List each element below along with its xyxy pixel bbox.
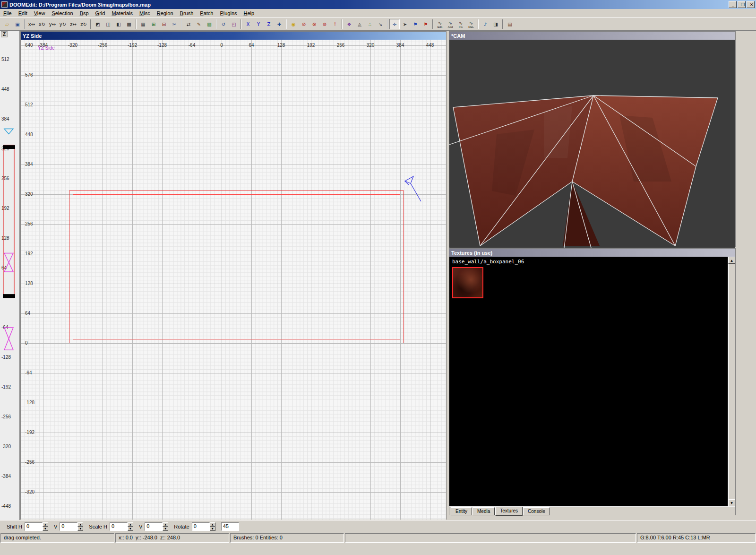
menu-brush[interactable]: Brush [177, 9, 197, 17]
surface-shift-v-spinner: ▲▼ [77, 522, 83, 531]
z-column-markers[interactable] [0, 31, 20, 520]
drag-edges-button[interactable]: ◬ [354, 19, 365, 29]
patch-delete-points-button[interactable]: ∿DEL [466, 19, 476, 29]
menu-file[interactable]: File [0, 9, 15, 17]
change-views-button[interactable]: ↺ [218, 19, 229, 29]
menu-plugins[interactable]: Plugins [216, 9, 240, 17]
maximize-button[interactable]: ❐ [738, 1, 746, 8]
surface-shift-v-spin-down[interactable]: ▼ [77, 527, 83, 531]
textures-window-titlebar[interactable]: Textures (in use) [449, 249, 735, 257]
tab-console[interactable]: Console [523, 507, 550, 515]
surface-scale-v-spin-down[interactable]: ▼ [163, 527, 168, 531]
csg-hollow-button[interactable]: ▦ [138, 19, 148, 29]
patch-edit-points-button[interactable]: ∿Edit [435, 19, 445, 29]
menu-view[interactable]: View [31, 9, 49, 17]
surface-scale-v-spin-up[interactable]: ▲ [163, 522, 168, 527]
show-sound-button[interactable]: ♪ [480, 19, 490, 29]
camera-marker[interactable] [403, 175, 425, 205]
texture-paint-button[interactable]: ✎ [194, 19, 204, 29]
save-map-icon: ▣ [15, 22, 19, 27]
select-partial-tall-button[interactable]: ◧ [113, 19, 124, 29]
view-y-button[interactable]: Y [253, 19, 264, 29]
surface-shift-h-spin-up[interactable]: ▲ [43, 522, 48, 527]
patch-insert-points-button[interactable]: ∿Ins [455, 19, 466, 29]
region-set-button[interactable]: ▧ [204, 19, 215, 29]
tab-textures[interactable]: Textures [495, 507, 523, 516]
drag-vertices-button[interactable]: ∴ [365, 19, 375, 29]
grid-viewport[interactable]: YZ Side -384-320-256-192-128-64064128192… [21, 40, 446, 520]
menu-help[interactable]: Help [241, 9, 258, 17]
patch-add-points-button[interactable]: ∿Add [445, 19, 455, 29]
csg-merge-button[interactable]: ⊞ [148, 19, 159, 29]
surface-rotate-field[interactable]: 0 [192, 522, 210, 531]
texture-thumbnail[interactable] [452, 267, 483, 298]
free-move-button[interactable]: ✚ [274, 19, 284, 29]
no-select-patches-button[interactable]: ⊗ [309, 19, 319, 29]
surface-rotate-step-field[interactable]: 45 [221, 522, 239, 531]
add-point-red-button[interactable]: ⚑ [421, 19, 431, 29]
surface-shift-v-field[interactable]: 0 [60, 522, 77, 531]
surface-rotate-spin-up[interactable]: ▲ [210, 522, 215, 527]
menu-misc[interactable]: Misc [136, 9, 154, 17]
no-select-models-button[interactable]: ⊘ [299, 19, 309, 29]
cam-window-titlebar[interactable]: *CAM [449, 32, 735, 40]
swap-view-axes-button[interactable]: ⇄ [183, 19, 194, 29]
csg-subtract-button[interactable]: ⊟ [159, 19, 169, 29]
surface-rotate-spin-down[interactable]: ▼ [210, 527, 215, 531]
surface-shift-h-field[interactable]: 0 [25, 522, 43, 531]
texture-scrollbar[interactable]: ▲ ▼ [728, 257, 735, 506]
surface-scale-h-spin-down[interactable]: ▼ [128, 527, 133, 531]
surface-scale-h-spin-up[interactable]: ▲ [128, 522, 133, 527]
caulk-brushes-button[interactable]: ! [330, 19, 340, 29]
flip-z-button[interactable]: z↔ [68, 19, 78, 29]
texture-browser[interactable]: base_wall/a_boxpanel_06 ▲ ▼ [449, 257, 735, 506]
rotate-y-button[interactable]: y↻ [58, 19, 68, 29]
menu-region[interactable]: Region [154, 9, 177, 17]
show-portals-button[interactable]: ◨ [490, 19, 501, 29]
menu-edit[interactable]: Edit [15, 9, 31, 17]
texture-window-button[interactable]: ▤ [505, 19, 515, 29]
flip-x-button[interactable]: x↔ [26, 19, 37, 29]
scrollbar-thumb[interactable] [728, 264, 735, 499]
surface-shift-v-label: V [54, 524, 57, 529]
pointer-mode-icon: ➤ [403, 22, 407, 27]
minimize-button[interactable]: _ [729, 1, 737, 8]
view-z-button[interactable]: Z [264, 19, 274, 29]
rotate-x-button[interactable]: x↻ [37, 19, 47, 29]
clipper-button[interactable]: ✂ [169, 19, 180, 29]
brush-outline-inner[interactable] [73, 194, 400, 339]
pointer-mode-button[interactable]: ➤ [400, 19, 410, 29]
open-map-button[interactable]: ▱ [2, 19, 12, 29]
menu-selection[interactable]: Selection [48, 9, 76, 17]
save-map-button[interactable]: ▣ [12, 19, 23, 29]
add-point-blue-button[interactable]: ⚑ [410, 19, 421, 29]
menu-bsp[interactable]: Bsp [77, 9, 92, 17]
yz-window-titlebar[interactable]: YZ Side [21, 32, 446, 40]
scrollbar-down-icon[interactable]: ▼ [728, 499, 735, 506]
menu-patch[interactable]: Patch [197, 9, 216, 17]
scrollbar-up-icon[interactable]: ▲ [728, 257, 735, 264]
scale-selection-button[interactable]: ↘ [375, 19, 386, 29]
surface-shift-h-spin-down[interactable]: ▼ [43, 527, 48, 531]
cubic-clipping-button[interactable]: ◰ [229, 19, 239, 29]
menu-materials[interactable]: Materials [108, 9, 136, 17]
menu-grid[interactable]: Grid [92, 9, 109, 17]
titlebar[interactable]: DOOMEdit: D:/Program Files/Doom 3/mag/ma… [0, 0, 756, 9]
texture-lock-button[interactable]: ◉ [288, 19, 299, 29]
select-crosshair-button[interactable]: ✛ [389, 19, 400, 29]
cam-viewport[interactable] [449, 40, 735, 248]
rotate-z-button[interactable]: z↻ [78, 19, 89, 29]
no-select-clips-button[interactable]: ⊚ [319, 19, 330, 29]
select-complete-tall-button[interactable]: ◩ [93, 19, 103, 29]
select-touching-button[interactable]: ◫ [103, 19, 113, 29]
select-inside-button[interactable]: ▩ [124, 19, 134, 29]
flip-y-button[interactable]: y↔ [47, 19, 58, 29]
tab-media[interactable]: Media [472, 507, 495, 515]
surface-shift-v-spin-up[interactable]: ▲ [77, 522, 83, 527]
view-x-button[interactable]: X [243, 19, 253, 29]
tab-entity[interactable]: Entity [451, 507, 472, 515]
surface-scale-v-field[interactable]: 0 [145, 522, 163, 531]
move-rotate-button[interactable]: ❖ [344, 19, 354, 29]
close-button[interactable]: ✕ [747, 1, 755, 8]
surface-scale-h-field[interactable]: 0 [110, 522, 128, 531]
